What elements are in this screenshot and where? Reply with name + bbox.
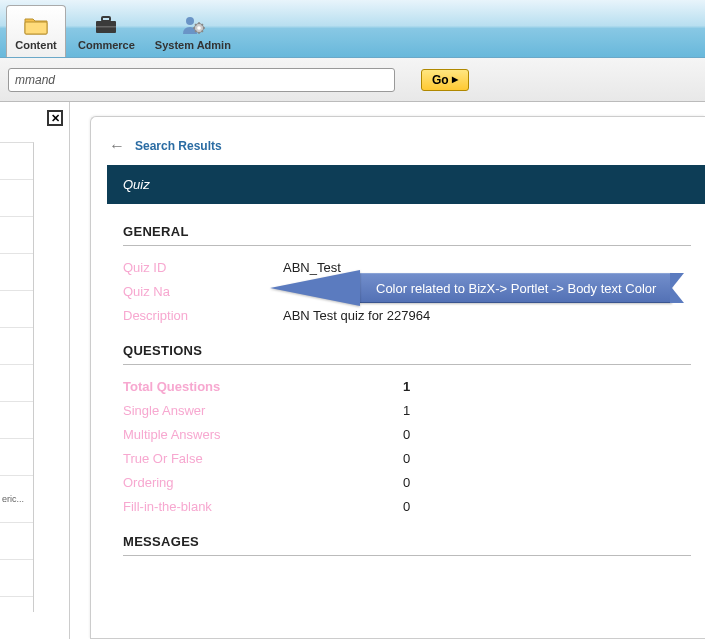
go-label: Go: [432, 73, 449, 87]
list-item[interactable]: [0, 402, 33, 439]
list-item[interactable]: [0, 597, 33, 612]
svg-point-4: [186, 17, 194, 25]
list-item[interactable]: [0, 291, 33, 328]
nav-tab-commerce[interactable]: Commerce: [70, 5, 143, 57]
annotation-text: Color related to BizX-> Portlet -> Body …: [360, 273, 672, 303]
list-item[interactable]: [0, 523, 33, 560]
field-description: Description ABN Test quiz for 227964: [123, 308, 691, 323]
arrow-tail-icon: [672, 273, 684, 303]
list-item[interactable]: [0, 217, 33, 254]
field-multiple-answers: Multiple Answers 0: [123, 427, 691, 442]
field-true-or-false: True Or False 0: [123, 451, 691, 466]
list-item[interactable]: [0, 254, 33, 291]
close-panel-button[interactable]: ✕: [47, 110, 63, 126]
section-title-general: GENERAL: [123, 224, 691, 246]
value: 0: [403, 499, 410, 514]
label: Quiz ID: [123, 260, 283, 275]
search-results-link[interactable]: Search Results: [135, 139, 222, 153]
list-item[interactable]: [0, 143, 33, 180]
list-item[interactable]: [0, 439, 33, 476]
back-arrow-icon[interactable]: ←: [109, 137, 125, 155]
field-single-answer: Single Answer 1: [123, 403, 691, 418]
label: Fill-in-the-blank: [123, 499, 283, 514]
section-messages: MESSAGES: [123, 534, 691, 556]
content-card: ← Search Results Quiz GENERAL Quiz ID AB…: [90, 116, 705, 639]
nav-tab-sysadmin[interactable]: System Admin: [147, 5, 239, 57]
list-item[interactable]: eric...: [0, 476, 33, 523]
section-title-messages: MESSAGES: [123, 534, 691, 556]
nav-tab-content[interactable]: Content: [6, 5, 66, 57]
left-list[interactable]: eric... nchor... Anchc: [0, 142, 34, 612]
nav-label-content: Content: [15, 39, 57, 51]
chevron-right-icon: ▶: [452, 75, 458, 84]
arrow-head-icon: [270, 270, 360, 306]
svg-rect-0: [25, 22, 47, 34]
section-title-questions: QUESTIONS: [123, 343, 691, 365]
list-item[interactable]: [0, 180, 33, 217]
command-bar: Go ▶: [0, 58, 705, 102]
value: 0: [403, 475, 410, 490]
list-item[interactable]: [0, 365, 33, 402]
left-panel: ✕ eric... nchor... Anchc: [0, 102, 70, 639]
label: Single Answer: [123, 403, 283, 418]
field-total-questions: Total Questions 1: [123, 379, 691, 394]
value: ABN Test quiz for 227964: [283, 308, 430, 323]
value: 1: [403, 403, 410, 418]
label: Ordering: [123, 475, 283, 490]
value: 1: [403, 379, 410, 394]
svg-rect-2: [102, 17, 110, 21]
list-item[interactable]: [0, 560, 33, 597]
nav-label-sysadmin: System Admin: [155, 39, 231, 51]
page-title: Quiz: [107, 165, 705, 204]
admin-icon: [180, 14, 206, 36]
main-area: ✕ eric... nchor... Anchc ← Searc: [0, 102, 705, 639]
content-panel: ← Search Results Quiz GENERAL Quiz ID AB…: [70, 102, 705, 639]
top-nav: Content Commerce System Admin: [0, 0, 705, 58]
label: Total Questions: [123, 379, 283, 394]
value: 0: [403, 451, 410, 466]
svg-point-6: [197, 26, 201, 30]
label: True Or False: [123, 451, 283, 466]
label: Multiple Answers: [123, 427, 283, 442]
svg-rect-3: [96, 26, 116, 28]
briefcase-icon: [93, 14, 119, 36]
value: 0: [403, 427, 410, 442]
command-input[interactable]: [8, 68, 395, 92]
breadcrumb: ← Search Results: [109, 137, 705, 155]
nav-label-commerce: Commerce: [78, 39, 135, 51]
field-fill-in-blank: Fill-in-the-blank 0: [123, 499, 691, 514]
annotation-callout: Color related to BizX-> Portlet -> Body …: [270, 270, 684, 306]
go-button[interactable]: Go ▶: [421, 69, 469, 91]
folder-icon: [23, 14, 49, 36]
label: Description: [123, 308, 283, 323]
label: Quiz Na: [123, 284, 283, 299]
section-questions: QUESTIONS Total Questions 1 Single Answe…: [123, 343, 691, 514]
field-ordering: Ordering 0: [123, 475, 691, 490]
list-item[interactable]: [0, 328, 33, 365]
